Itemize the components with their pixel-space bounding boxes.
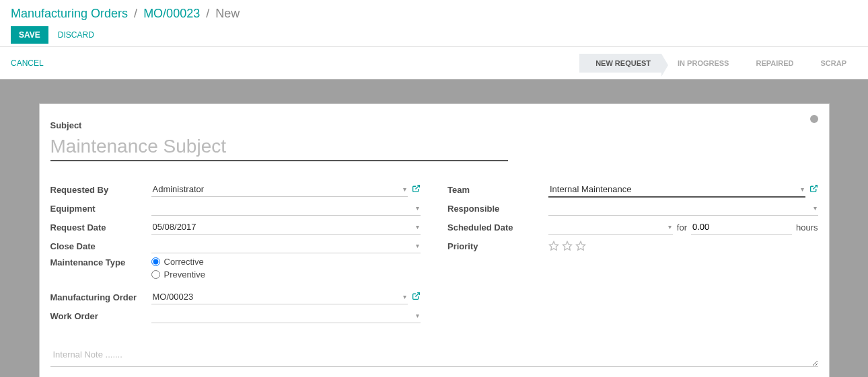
label-scheduled-date: Scheduled Date [447, 222, 548, 233]
breadcrumb: Manufacturing Orders / MO/00023 / New [11, 7, 857, 21]
form-sheet: Subject Requested By Administrator ▾ [39, 103, 830, 377]
manufacturing-order-select[interactable]: MO/00023 ▾ [151, 290, 408, 304]
breadcrumb-current: New [215, 7, 240, 20]
subject-label: Subject [50, 120, 818, 130]
right-column: Team Internal Maintenance ▾ Responsible [447, 180, 818, 325]
status-bar: NEW REQUEST IN PROGRESS REPAIRED SCRAP [579, 54, 857, 73]
save-button[interactable]: SAVE [11, 26, 48, 44]
actions-row: SAVE DISCARD [11, 26, 857, 44]
chevron-down-icon: ▾ [416, 223, 419, 231]
scheduled-date-select[interactable]: ▾ [548, 220, 673, 235]
request-date-select[interactable]: 05/08/2017 ▾ [151, 220, 421, 235]
chevron-down-icon: ▾ [403, 293, 406, 300]
scheduled-hours-unit: hours [796, 222, 818, 233]
control-bar: CANCEL NEW REQUEST IN PROGRESS REPAIRED … [0, 46, 868, 79]
breadcrumb-root[interactable]: Manufacturing Orders [11, 7, 128, 20]
radio-preventive-input[interactable] [151, 270, 160, 279]
label-request-date: Request Date [50, 222, 151, 233]
label-team: Team [447, 185, 548, 195]
chevron-down-icon: ▾ [813, 204, 817, 212]
label-requested-by: Requested By [50, 185, 151, 195]
chevron-down-icon: ▾ [403, 185, 406, 193]
radio-preventive[interactable]: Preventive [151, 269, 205, 280]
external-link-icon[interactable] [412, 292, 421, 302]
left-column: Requested By Administrator ▾ Equipment [50, 180, 421, 325]
discard-button[interactable]: DISCARD [58, 30, 94, 40]
star-icon[interactable] [548, 241, 559, 251]
label-equipment: Equipment [50, 204, 151, 214]
status-step-scrap[interactable]: SCRAP [804, 54, 857, 73]
svg-marker-5 [576, 241, 585, 250]
label-priority: Priority [447, 241, 548, 251]
work-order-select[interactable]: ▾ [151, 308, 421, 323]
breadcrumb-sep: / [206, 7, 209, 20]
close-date-select[interactable]: ▾ [151, 239, 421, 253]
cancel-button[interactable]: CANCEL [11, 58, 44, 68]
chevron-down-icon: ▾ [416, 312, 419, 319]
team-select[interactable]: Internal Maintenance ▾ [548, 182, 805, 198]
stage-background: Subject Requested By Administrator ▾ [0, 79, 868, 377]
label-work-order: Work Order [50, 311, 151, 321]
internal-note-textarea[interactable] [50, 345, 818, 367]
priority-stars [548, 241, 586, 251]
radio-corrective-label: Corrective [164, 257, 204, 267]
requested-by-value: Administrator [153, 184, 205, 194]
chevron-down-icon: ▾ [416, 242, 419, 249]
maintenance-type-radio-group: Corrective Preventive [151, 255, 205, 281]
star-icon[interactable] [575, 241, 586, 251]
radio-corrective-input[interactable] [151, 257, 160, 266]
label-responsible: Responsible [447, 204, 548, 214]
radio-preventive-label: Preventive [164, 269, 205, 280]
external-link-icon[interactable] [412, 184, 421, 195]
scheduled-for-text: for [677, 222, 687, 233]
chevron-down-icon: ▾ [668, 223, 672, 231]
scheduled-hours-input[interactable] [691, 220, 792, 235]
request-date-value: 05/08/2017 [153, 222, 196, 232]
team-value: Internal Maintenance [550, 184, 631, 194]
label-manufacturing-order: Manufacturing Order [50, 292, 151, 302]
responsible-select[interactable]: ▾ [548, 201, 818, 216]
status-step-new-request[interactable]: NEW REQUEST [579, 54, 661, 73]
star-icon[interactable] [562, 241, 573, 251]
status-step-in-progress[interactable]: IN PROGRESS [661, 54, 739, 73]
breadcrumb-sep: / [134, 7, 137, 20]
chevron-down-icon: ▾ [416, 204, 419, 212]
svg-line-0 [415, 185, 419, 190]
svg-marker-4 [563, 241, 571, 250]
chevron-down-icon: ▾ [801, 185, 804, 193]
external-link-icon[interactable] [809, 184, 818, 195]
svg-line-2 [813, 185, 817, 190]
breadcrumb-mid[interactable]: MO/00023 [143, 7, 200, 20]
status-step-repaired[interactable]: REPAIRED [739, 54, 804, 73]
svg-marker-3 [549, 241, 558, 250]
kanban-state-dot[interactable] [810, 115, 818, 123]
equipment-select[interactable]: ▾ [151, 201, 421, 216]
radio-corrective[interactable]: Corrective [151, 257, 205, 267]
top-bar: Manufacturing Orders / MO/00023 / New SA… [0, 0, 868, 46]
manufacturing-order-value: MO/00023 [153, 292, 194, 302]
label-maintenance-type: Maintenance Type [50, 255, 151, 267]
svg-line-1 [415, 293, 419, 297]
requested-by-select[interactable]: Administrator ▾ [151, 182, 408, 197]
subject-input[interactable] [50, 133, 508, 161]
form-columns: Requested By Administrator ▾ Equipment [50, 180, 818, 325]
label-close-date: Close Date [50, 241, 151, 251]
